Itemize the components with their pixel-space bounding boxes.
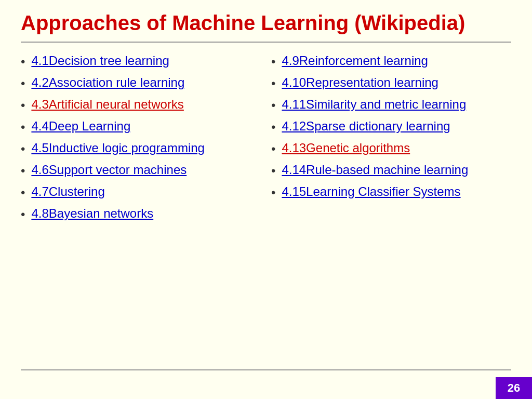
bullet-dot: • <box>21 185 25 201</box>
list-item: •4.9Reinforcement learning <box>271 53 511 70</box>
bullet-link[interactable]: 4.1Decision tree learning <box>31 53 169 69</box>
list-item: •4.2Association rule learning <box>21 75 261 91</box>
slide: Approaches of Machine Learning (Wikipedi… <box>0 0 532 399</box>
bullet-dot: • <box>271 141 275 157</box>
list-item: •4.1Decision tree learning <box>21 53 261 70</box>
list-item: •4.15Learning Classifier Systems <box>271 184 511 201</box>
bullet-link[interactable]: 4.13Genetic algorithms <box>282 140 410 156</box>
bullet-link[interactable]: 4.4Deep Learning <box>31 118 130 134</box>
bullet-link[interactable]: 4.10Representation learning <box>282 75 438 90</box>
bullet-link[interactable]: 4.6Support vector machines <box>31 162 187 178</box>
list-item: •4.4Deep Learning <box>21 118 261 135</box>
bullet-link[interactable]: 4.7Clustering <box>31 184 104 200</box>
bullet-dot: • <box>271 163 275 179</box>
bullet-dot: • <box>21 141 25 157</box>
bullet-link[interactable]: 4.9Reinforcement learning <box>282 53 428 69</box>
bullet-link[interactable]: 4.12Sparse dictionary learning <box>282 118 450 134</box>
list-item: •4.11Similarity and metric learning <box>271 97 511 113</box>
bullet-dot: • <box>271 98 275 113</box>
bullet-dot: • <box>271 185 275 201</box>
bullet-link[interactable]: 4.5Inductive logic programming <box>31 140 205 156</box>
list-item: •4.13Genetic algorithms <box>271 140 511 157</box>
bullet-link[interactable]: 4.11Similarity and metric learning <box>282 97 466 112</box>
bullet-link[interactable]: 4.14Rule-based machine learning <box>282 162 468 178</box>
title-section: Approaches of Machine Learning (Wikipedi… <box>0 0 532 42</box>
list-item: •4.12Sparse dictionary learning <box>271 118 511 135</box>
bullet-dot: • <box>271 54 275 70</box>
left-column: •4.1Decision tree learning•4.2Associatio… <box>21 53 261 340</box>
bullet-dot: • <box>271 119 275 135</box>
bullet-link[interactable]: 4.2Association rule learning <box>31 75 184 90</box>
list-item: •4.10Representation learning <box>271 75 511 91</box>
bullet-link[interactable]: 4.8Bayesian networks <box>31 206 153 221</box>
bottom-divider <box>21 369 511 370</box>
bullet-dot: • <box>21 207 25 222</box>
list-item: •4.7Clustering <box>21 184 261 201</box>
list-item: •4.6Support vector machines <box>21 162 261 179</box>
bullet-dot: • <box>21 98 25 113</box>
bullet-link[interactable]: 4.3Artificial neural networks <box>31 97 183 112</box>
right-column: •4.9Reinforcement learning•4.10Represent… <box>271 53 511 340</box>
bullet-dot: • <box>21 119 25 135</box>
content-area: •4.1Decision tree learning•4.2Associatio… <box>0 43 532 345</box>
slide-title: Approaches of Machine Learning (Wikipedi… <box>21 10 511 35</box>
page-number: 26 <box>496 377 532 399</box>
bullet-dot: • <box>21 76 25 91</box>
bullet-link[interactable]: 4.15Learning Classifier Systems <box>282 184 460 200</box>
list-item: •4.5Inductive logic programming <box>21 140 261 157</box>
list-item: •4.3Artificial neural networks <box>21 97 261 113</box>
bullet-dot: • <box>21 54 25 70</box>
list-item: •4.8Bayesian networks <box>21 206 261 222</box>
bullet-dot: • <box>271 76 275 91</box>
bullet-dot: • <box>21 163 25 179</box>
list-item: •4.14Rule-based machine learning <box>271 162 511 179</box>
